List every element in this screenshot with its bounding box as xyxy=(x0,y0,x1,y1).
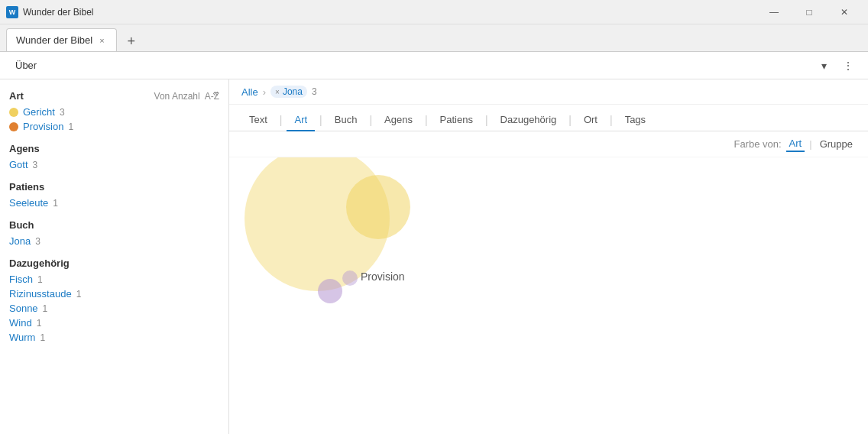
sidebar-item-fisch[interactable]: Fisch 1 xyxy=(9,272,219,287)
breadcrumb-count: 3 xyxy=(312,86,317,97)
sidebar-item-wind[interactable]: Wind 1 xyxy=(9,316,219,330)
new-tab-button[interactable]: + xyxy=(121,31,141,51)
app-icon: W xyxy=(6,6,18,18)
sidebar-item-rizinusstaude[interactable]: Rizinusstaude 1 xyxy=(9,287,219,301)
minimize-button[interactable]: — xyxy=(756,0,792,24)
sidebar-count-fisch: 1 xyxy=(37,274,43,285)
sidebar-section-agens-label: Agens xyxy=(9,143,40,154)
sidebar-link-gericht[interactable]: Gericht xyxy=(23,106,55,118)
sidebar-count-seeleute: 1 xyxy=(53,198,58,209)
sidebar-section-buch-header: Buch xyxy=(9,219,219,231)
sidebar-count-sonne: 1 xyxy=(43,303,48,314)
color-by-gruppe[interactable]: Gruppe xyxy=(817,137,856,151)
sidebar-count-provision: 1 xyxy=(68,121,73,132)
sidebar-item-gericht[interactable]: Gericht 3 xyxy=(9,105,219,119)
tab-close-button[interactable]: × xyxy=(97,35,106,46)
sidebar-link-sonne[interactable]: Sonne xyxy=(9,303,38,314)
tab-ort[interactable]: Ort xyxy=(576,109,605,131)
sidebar-section-art-label: Art xyxy=(9,90,24,102)
sidebar-item-sonne[interactable]: Sonne 1 xyxy=(9,301,219,316)
color-by-row: Farbe von: Art | Gruppe xyxy=(229,131,868,157)
close-button[interactable]: ✕ xyxy=(827,0,862,24)
breadcrumb-tag: × Jona xyxy=(270,86,307,98)
tab-buch[interactable]: Buch xyxy=(327,109,365,131)
content-area: Alle › × Jona 3 Text | Art | Buch | Agen… xyxy=(229,79,868,434)
sidebar-link-wurm[interactable]: Wurm xyxy=(9,332,35,343)
main-layout: « Art Von Anzahl A-Z Gericht 3 P xyxy=(0,79,868,434)
sidebar-section-dazugehoerig-header: Dazugehörig xyxy=(9,257,219,269)
tab-tags[interactable]: Tags xyxy=(617,109,653,131)
sidebar: « Art Von Anzahl A-Z Gericht 3 P xyxy=(0,79,229,434)
menu-ueber[interactable]: Über xyxy=(9,57,43,74)
tab-agens[interactable]: Agens xyxy=(377,109,420,131)
bubble[interactable] xyxy=(346,175,410,239)
sidebar-link-provision[interactable]: Provision xyxy=(23,121,63,132)
sidebar-section-agens-header: Agens xyxy=(9,143,219,154)
main-tab[interactable]: Wunder der Bibel × xyxy=(6,28,117,51)
tab-bar: Wunder der Bibel × + xyxy=(0,24,868,52)
sidebar-count-wind: 1 xyxy=(37,318,42,329)
sidebar-section-patiens-header: Patiens xyxy=(9,181,219,193)
sidebar-section-art-header: Art Von Anzahl A-Z xyxy=(9,90,219,102)
sidebar-item-seeleute[interactable]: Seeleute 1 xyxy=(9,196,219,210)
sidebar-item-provision[interactable]: Provision 1 xyxy=(9,119,219,134)
sidebar-count-rizinusstaude: 1 xyxy=(76,289,82,300)
breadcrumb-tag-label: Jona xyxy=(283,86,303,97)
bubble[interactable] xyxy=(318,279,342,303)
sidebar-count-wurm: 1 xyxy=(40,332,45,343)
sidebar-section-patiens-label: Patiens xyxy=(9,181,44,193)
menu-bar: Über ▾ ⋮ xyxy=(0,52,868,79)
sidebar-item-jona[interactable]: Jona 3 xyxy=(9,234,219,248)
window-controls: — □ ✕ xyxy=(756,0,862,24)
sidebar-art-sort-count[interactable]: Von Anzahl xyxy=(154,91,200,102)
sidebar-link-seeleute[interactable]: Seeleute xyxy=(9,197,48,209)
menu-more-button[interactable]: ⋮ xyxy=(837,55,859,76)
maximize-button[interactable]: □ xyxy=(792,0,827,24)
sidebar-count-gott: 3 xyxy=(33,160,38,170)
breadcrumb-tag-close-button[interactable]: × xyxy=(275,88,280,96)
tab-navigation: Text | Art | Buch | Agens | Patiens | Da… xyxy=(229,105,868,131)
sidebar-link-rizinusstaude[interactable]: Rizinusstaude xyxy=(9,288,72,300)
sidebar-link-fisch[interactable]: Fisch xyxy=(9,274,33,285)
color-by-art[interactable]: Art xyxy=(786,136,805,152)
menu-right-controls: ▾ ⋮ xyxy=(813,55,859,76)
sidebar-count-gericht: 3 xyxy=(60,107,65,118)
title-bar: W Wunder der Bibel — □ ✕ xyxy=(0,0,868,24)
color-by-label: Farbe von: xyxy=(734,138,781,150)
dot-orange-icon xyxy=(9,122,18,131)
tab-text[interactable]: Text xyxy=(241,109,275,131)
breadcrumb-separator: › xyxy=(263,86,266,98)
breadcrumb: Alle › × Jona 3 xyxy=(229,79,868,105)
sidebar-section-buch-label: Buch xyxy=(9,219,34,231)
sidebar-link-gott[interactable]: Gott xyxy=(9,159,28,170)
breadcrumb-all-link[interactable]: Alle xyxy=(241,86,258,98)
bubble[interactable] xyxy=(342,270,358,286)
sidebar-content: Art Von Anzahl A-Z Gericht 3 Provision 1 xyxy=(0,79,228,352)
bubble-provision-label: Provision xyxy=(361,270,405,283)
sidebar-link-jona[interactable]: Jona xyxy=(9,235,31,247)
window-title: Wunder der Bibel xyxy=(23,7,756,18)
tab-patiens[interactable]: Patiens xyxy=(432,109,481,131)
sidebar-collapse-button[interactable]: « xyxy=(207,84,224,101)
sidebar-link-wind[interactable]: Wind xyxy=(9,317,32,329)
sidebar-section-dazugehoerig-label: Dazugehörig xyxy=(9,257,70,269)
menu-dropdown-button[interactable]: ▾ xyxy=(813,55,834,76)
tab-art[interactable]: Art xyxy=(287,109,315,131)
bubble-chart: Provision xyxy=(229,157,868,434)
tab-label: Wunder der Bibel xyxy=(16,34,92,46)
dot-yellow-icon xyxy=(9,108,18,117)
sidebar-count-jona: 3 xyxy=(35,236,40,247)
sidebar-item-gott[interactable]: Gott 3 xyxy=(9,157,219,172)
sidebar-item-wurm[interactable]: Wurm 1 xyxy=(9,330,219,345)
tab-dazugehoerig[interactable]: Dazugehörig xyxy=(493,109,565,131)
